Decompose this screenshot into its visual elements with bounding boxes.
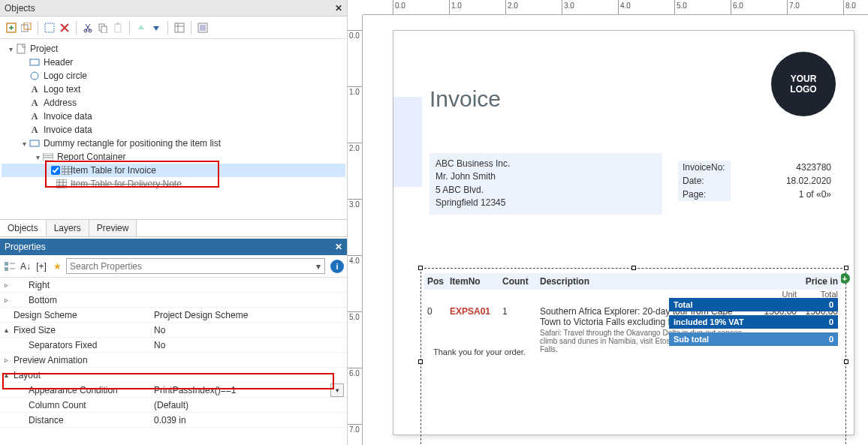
tab-preview[interactable]: Preview [89, 220, 137, 236]
node-icon [56, 179, 68, 188]
node-icon: A [29, 111, 41, 122]
property-row[interactable]: ▹Right [0, 278, 347, 293]
property-value[interactable]: PrintPassIndex()==1▾ [151, 383, 347, 397]
move-down-icon[interactable] [149, 21, 163, 35]
total-value: 0 [815, 315, 838, 329]
property-value[interactable]: No [151, 325, 347, 335]
expand-icon[interactable]: ▴ [0, 326, 12, 334]
tree-item[interactable]: AInvoice data [2, 123, 345, 137]
expand-icon[interactable]: ▹ [0, 296, 12, 304]
copy-icon[interactable] [96, 21, 110, 35]
expand-icon[interactable]: [+] [35, 260, 48, 273]
svg-rect-7 [101, 26, 107, 33]
addr-line: 5 ABC Blvd. [436, 184, 656, 197]
paste-icon[interactable] [111, 21, 125, 35]
tree-item[interactable]: Header [2, 56, 345, 69]
addr-line: Mr. John Smith [436, 170, 656, 183]
table-header: Pos ItemNo Count Description Price in [424, 273, 841, 290]
info-icon[interactable]: i [330, 260, 344, 273]
properties-grid[interactable]: ▹Right▹BottomDesign SchemeProject Design… [0, 278, 347, 428]
add-column-icon[interactable]: + [839, 273, 850, 284]
object-tree[interactable]: ▾ProjectHeaderLogo circleALogo textAAddr… [0, 39, 347, 219]
node-icon [29, 71, 41, 80]
tree-item[interactable]: AInvoice data [2, 110, 345, 123]
meta-label: Page: [678, 188, 731, 201]
expand-icon[interactable]: ▴ [0, 371, 12, 379]
expand-icon[interactable]: ▹ [0, 281, 12, 289]
property-row[interactable]: ▹Bottom [0, 293, 347, 308]
svg-point-15 [31, 72, 38, 80]
property-value[interactable]: No [151, 340, 347, 350]
tree-item[interactable]: Item Table for Invoice [2, 164, 345, 177]
property-row[interactable]: Design SchemeProject Design Scheme [0, 308, 347, 323]
property-row[interactable]: ▴Fixed SizeNo [0, 323, 347, 338]
resize-handle[interactable] [418, 359, 423, 364]
node-icon [56, 166, 68, 175]
objects-panel-header: Objects ✕ [0, 0, 347, 17]
resize-handle[interactable] [631, 266, 636, 270]
search-input[interactable] [67, 261, 312, 272]
tree-label: Item Table for Invoice [69, 165, 158, 176]
resize-handle[interactable] [844, 266, 848, 270]
resize-handle[interactable] [418, 266, 423, 270]
tab-layers[interactable]: Layers [47, 220, 89, 236]
move-up-icon[interactable] [134, 21, 148, 35]
close-icon[interactable]: ✕ [335, 242, 342, 252]
property-value[interactable]: (Default) [151, 400, 347, 410]
properties-panel-header: Properties ✕ [0, 239, 347, 255]
property-value[interactable]: 0.039 in [151, 415, 347, 425]
svg-rect-14 [30, 59, 39, 65]
thanks-text: Thank you for your order. [433, 347, 526, 356]
favorite-icon[interactable]: ★ [50, 260, 64, 273]
expand-icon[interactable]: ▹ [0, 356, 12, 364]
cell-itemno: EXPSA01 [450, 306, 502, 353]
property-value[interactable]: Project Design Scheme [151, 310, 347, 320]
design-canvas[interactable]: 0.01.02.03.04.05.06.07.08.0 0.01.02.03.0… [348, 0, 868, 445]
tree-item[interactable]: AAddress [2, 96, 345, 110]
tree-item[interactable]: Logo circle [2, 69, 345, 83]
chevron-down-icon[interactable]: ▾ [330, 383, 344, 397]
tree-item[interactable]: ▾Dummy rectangle for positioning the ite… [2, 137, 345, 150]
property-row[interactable]: Appearance ConditionPrintPassIndex()==1▾ [0, 383, 347, 398]
property-name: Separators Fixed [12, 340, 151, 350]
property-row[interactable]: Distance0.039 in [0, 413, 347, 428]
col-itemno: ItemNo [450, 276, 502, 287]
new-group-icon[interactable] [20, 21, 33, 35]
categorized-icon[interactable] [3, 260, 17, 273]
select-icon[interactable] [43, 21, 56, 35]
logo-circle: YOURLOGO [771, 52, 836, 116]
property-row[interactable]: ▴Layout [0, 368, 347, 383]
resize-handle[interactable] [844, 359, 848, 364]
tree-item[interactable]: Item Table for Delivery Note [2, 177, 345, 191]
total-label: included 19% VAT [669, 315, 815, 329]
property-row[interactable]: Separators FixedNo [0, 338, 347, 353]
node-icon: A [29, 98, 41, 109]
new-object-icon[interactable] [5, 21, 18, 35]
selection-frame[interactable]: + Pos ItemNo Count Description Price in … [420, 268, 846, 445]
sort-icon[interactable]: A↓ [19, 260, 32, 273]
expand-icon[interactable]: ▾ [6, 45, 15, 53]
cut-icon[interactable] [81, 21, 95, 35]
chevron-down-icon[interactable]: ▾ [312, 261, 324, 272]
tree-label: Item Table for Delivery Note [69, 179, 183, 189]
property-row[interactable]: Column Count(Default) [0, 398, 347, 413]
property-row[interactable]: ▹Preview Animation [0, 353, 347, 368]
delete-icon[interactable] [58, 21, 71, 35]
meta-value: 4323780 [731, 161, 836, 174]
node-icon [42, 153, 54, 161]
total-value: 0 [815, 298, 838, 311]
objects-tabstrip: Objects Layers Preview [0, 219, 347, 237]
total-value: 0 [815, 332, 838, 346]
expand-icon[interactable]: ▾ [33, 153, 42, 161]
svg-rect-20 [5, 262, 8, 266]
properties-toolbar: A↓ [+] ★ ▾ i [0, 255, 347, 278]
expand-icon[interactable]: ▾ [20, 140, 29, 148]
tree-item[interactable]: ALogo text [2, 83, 345, 96]
tree-item[interactable]: ▾Report Container [2, 150, 345, 164]
properties-icon[interactable] [173, 21, 186, 35]
tree-item[interactable]: ▾Project [2, 42, 345, 56]
tab-objects[interactable]: Objects [0, 220, 47, 236]
close-icon[interactable]: ✕ [335, 3, 342, 14]
objects-panel-title: Objects [5, 3, 35, 14]
preview-icon[interactable] [196, 21, 209, 35]
